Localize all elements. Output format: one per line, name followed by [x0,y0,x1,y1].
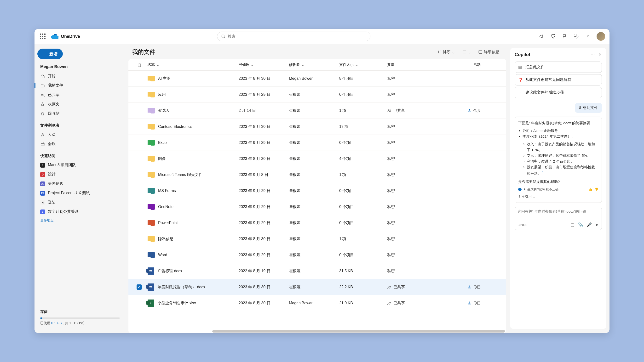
table-row[interactable]: Microsoft Teams 聊天文件 2023 年 9 月 8 日 崔根姬 … [128,167,506,183]
chevron-down-icon: ⌄ [251,63,254,67]
modified-date: 2022 年 8 月 19 日 [238,269,289,274]
attach-icon[interactable]: 📎 [578,222,583,227]
megaphone-icon[interactable] [539,34,544,39]
table-row[interactable]: ✓ W年度财政报告（草稿）.docx 2023 年 8 月 30 日 崔根姬 2… [128,279,506,295]
nav-my-files[interactable]: 我的文件 [38,81,123,90]
table-row[interactable]: 隐私信息 2023 年 8 月 30 日 崔根姬 1 项 私密 [128,231,506,247]
word-icon: W [148,284,154,291]
sort-button[interactable]: 排序⌄ [438,49,455,54]
references-toggle[interactable]: 3 次引用 ⌄ [518,194,598,199]
compose-box[interactable]: 0/2000 ▢ 📎 🎤 ➤ [514,207,602,230]
file-name: 年度财政报告（草稿）.docx [158,285,205,290]
svg-point-17 [388,302,389,303]
quick-access-item[interactable]: D设计 [38,170,123,179]
thumbs-down-icon[interactable]: 👎 [594,187,598,192]
settings-icon[interactable] [574,34,579,39]
file-name: 应用 [158,92,166,97]
mic-icon[interactable]: 🎤 [586,222,592,227]
table-row[interactable]: OneNote 2023 年 9 月 29 日 崔根姬 0 个项目 私密 [128,199,506,215]
view-button[interactable]: ⌄ [462,50,471,54]
table-row[interactable]: AI 主图 2023 年 8 月 30 日 Megan Bowen 8 个项目 … [128,71,506,87]
file-size: 0 个项目 [339,204,387,210]
nav-recycle[interactable]: 回收站 [38,109,123,118]
sharing-status: 已共享 [387,285,438,290]
compose-input[interactable] [518,209,599,220]
sharing-status: 私密 [387,221,438,226]
chip-icon: → [518,90,522,95]
table-row[interactable]: W广告标语.docx 2022 年 8 月 19 日 崔根姬 31.5 KB 私… [128,263,506,279]
premium-icon[interactable] [550,34,556,39]
search-input[interactable] [228,34,366,38]
suggestion-chip[interactable]: ▤汇总此文件 [514,61,602,73]
app-launcher-icon[interactable] [39,32,46,40]
quick-access-item[interactable]: US美国销售 [38,179,123,188]
site-icon: PF [40,191,45,196]
plus-icon: ＋ [43,51,48,57]
modified-date: 2 月 14 日 [238,108,289,113]
table-row[interactable]: Contoso Electronics 2023 年 8 月 30 日 崔根姬 … [128,119,506,135]
col-name[interactable]: 名称 ⌄ [148,62,238,67]
table-row[interactable]: X小型业务销售审计.xlsx 2023 年 8 月 30 日 Megan Bow… [128,295,506,311]
modified-by: Megan Bowen [289,301,339,305]
modified-by: 崔根姬 [289,92,339,97]
table-row[interactable]: 应用 2023 年 9 月 29 日 崔根姬 0 个项目 私密 [128,87,506,103]
chevron-down-icon: ⌄ [452,50,455,54]
chevron-down-icon: ⌄ [355,63,358,67]
thumbs-up-icon[interactable]: 👍 [589,187,592,192]
citation[interactable]: 1 [542,171,544,174]
nav-shared[interactable]: 已共享 [38,90,123,100]
table-row[interactable]: Excel 2023 年 9 月 29 日 崔根姬 0 个项目 私密 [128,135,506,151]
table-row[interactable]: 候选人 2 月 14 日 崔根姬 1 项 已共享 你共 [128,103,506,119]
col-sharing[interactable]: 共享 [387,62,438,67]
suggestion-chip[interactable]: ❓从此文件创建常见问题解答 [514,74,602,85]
checkbox[interactable]: ✓ [136,284,142,290]
col-size[interactable]: 文件大小 ⌄ [339,62,387,67]
flag-icon[interactable] [562,34,567,39]
modified-by: 崔根姬 [289,221,339,226]
svg-line-1 [224,37,225,38]
search-box[interactable] [217,31,370,41]
word-icon: W [148,267,154,275]
sharing-status: 私密 [387,92,438,97]
sharing-status: 私密 [387,140,438,145]
modified-date: 2023 年 9 月 29 日 [238,140,289,145]
svg-point-2 [576,36,577,37]
more-icon[interactable]: ⋯ [590,52,595,57]
file-name: PowerPoint [158,221,178,225]
ai-response: 下面是“ 年度财务报表(草稿).docx”的简要摘要 公司：Acme 金融服务 … [514,117,602,203]
send-icon[interactable]: ➤ [595,222,599,227]
table-row[interactable]: 图像 2023 年 8 月 30 日 崔根姬 4 个项目 私密 [128,151,506,167]
nav-favorites[interactable]: 收藏夹 [38,100,123,109]
svg-point-16 [390,286,390,287]
table-row[interactable]: MS Forms 2023 年 9 月 29 日 崔根姬 0 个项目 私密 [128,183,506,199]
quick-access-item[interactable]: PFProject Falcon - UX 测试 [38,188,123,198]
modified-date: 2023 年 9 月 8 日 [238,172,289,177]
nav-people[interactable]: 人员 [38,130,123,139]
details-button[interactable]: 详细信息 [478,49,499,54]
table-row[interactable]: Word 2023 年 9 月 29 日 崔根姬 0 个项目 私密 [128,247,506,263]
file-size: 4 个项目 [339,156,387,161]
table-row[interactable]: PowerPoint 2023 年 9 月 29 日 崔根姬 0 个项目 私密 [128,215,506,231]
new-button[interactable]: ＋新增 [38,49,63,59]
people-icon [387,108,392,113]
file-size: 8 个项目 [339,76,387,81]
more-places-link[interactable]: 更多地点... [40,218,123,223]
nav-start[interactable]: 开始 [38,72,123,81]
search-icon [221,34,226,38]
help-icon[interactable] [585,34,590,39]
close-icon[interactable]: ✕ [598,52,602,57]
sharing-status: 私密 [387,76,438,81]
col-modified[interactable]: 已修改 ⌄ [238,62,289,67]
file-name: Contoso Electronics [158,124,192,129]
horizontal-scrollbar[interactable] [212,330,505,333]
file-name: 图像 [158,156,166,161]
quick-access-item[interactable]: ●数字计划公共关系 [38,207,123,216]
suggestion-chip[interactable]: →建议此文件的后续步骤 [514,87,602,98]
modified-date: 2023 年 9 月 29 日 [238,253,289,258]
col-modified-by[interactable]: 修改者 ⌄ [289,62,339,67]
quick-access-item[interactable]: H登陆 [38,198,123,207]
card-icon[interactable]: ▢ [570,222,574,227]
quick-access-item[interactable]: ✦Mark 8 项目团队 [38,160,123,170]
avatar[interactable] [596,32,605,41]
nav-meetings[interactable]: 会议 [38,139,123,149]
